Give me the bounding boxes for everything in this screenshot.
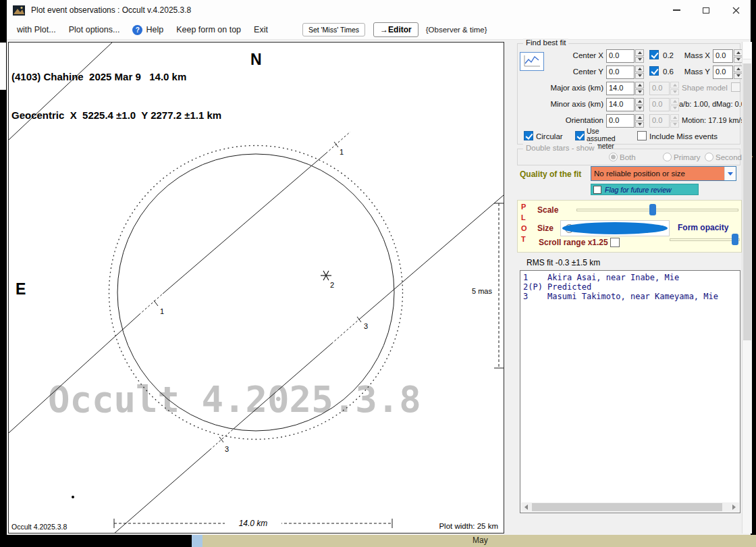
observer-list[interactable]: 1 Akira Asai, near Inabe, Mie 2(P) Predi… [520, 270, 740, 513]
window-title: Plot event observations : Occult v.4.202… [31, 5, 191, 15]
menu-keep-on-top[interactable]: Keep form on top [176, 25, 241, 34]
minimize-button[interactable] [662, 0, 691, 20]
close-button[interactable] [721, 0, 751, 20]
star-label: 2 [330, 281, 334, 289]
chord-1-tick [154, 301, 158, 306]
quality-of-fit-dropdown[interactable]: No reliable position or size [591, 166, 736, 181]
menu-help-label: Help [146, 25, 163, 34]
scroll-range-checkbox[interactable] [610, 238, 620, 247]
weight-y-checkbox[interactable] [649, 66, 659, 76]
scroll-right-icon[interactable] [729, 502, 739, 512]
spin-up-icon[interactable] [635, 66, 644, 72]
app-icon-graphic [13, 5, 25, 16]
observer-time-label: {Observer & time} [426, 26, 487, 34]
plot-letter: L [521, 213, 526, 222]
quality-of-fit-label: Quality of the fit [520, 170, 581, 179]
center-x-value[interactable]: 0.0 [606, 49, 634, 63]
best-fit-button[interactable] [520, 52, 544, 71]
spin-down-icon[interactable] [635, 122, 644, 128]
scale-slider[interactable] [576, 204, 738, 216]
major-axis-spinner[interactable]: 14.0 [606, 82, 644, 95]
scrollbar-thumb[interactable] [743, 63, 751, 340]
double-stars-both-label: Both [620, 153, 636, 161]
app-window: Plot event observations : Occult v.4.202… [7, 0, 751, 535]
chord-3-tick [219, 437, 223, 442]
north-label: N [250, 51, 262, 69]
control-panel: Find best fit Center X 0.0 0.2 Mass X 0.… [510, 42, 742, 533]
form-opacity-label: Form opacity [678, 223, 728, 232]
size-label: Size [537, 224, 554, 233]
orientation-value[interactable]: 0.0 [606, 114, 634, 128]
menu-help[interactable]: ? Help [132, 25, 163, 35]
mass-y-value[interactable]: 0.0 [713, 66, 733, 79]
maximize-button[interactable] [691, 0, 721, 20]
minor-axis-aux-spinner: 0.0 [649, 98, 679, 111]
weight-x-checkbox[interactable] [649, 50, 659, 59]
mass-y-label: Mass Y [680, 68, 710, 76]
minor-axis-label: Minor axis (km) [529, 100, 603, 108]
spin-down-icon [670, 89, 679, 96]
spin-up-icon[interactable] [635, 114, 644, 121]
chord-3-label: 3 [364, 322, 368, 330]
chord-3-label: 3 [225, 445, 229, 453]
spin-up-icon[interactable] [635, 49, 644, 56]
background-window-fragment [0, 43, 6, 90]
orientation-spinner[interactable]: 0.0 [606, 114, 644, 128]
menu-plot-options[interactable]: Plot options... [69, 25, 120, 34]
editor-button[interactable]: →Editor [373, 22, 418, 37]
include-miss-events-checkbox[interactable] [637, 131, 647, 140]
km-scale-label: 14.0 km [239, 519, 268, 528]
chevron-down-icon[interactable] [724, 167, 736, 180]
background-window-fragment [192, 535, 202, 547]
observation-row[interactable]: 1 Akira Asai, near Inabe, Mie [523, 273, 738, 282]
find-best-fit-title: Find best fit [523, 38, 568, 47]
event-title: (4103) Chahine 2025 Mar 9 14.0 km [11, 70, 221, 83]
spin-up-icon[interactable] [635, 82, 644, 88]
form-opacity-slider-track [670, 238, 740, 241]
mass-x-value[interactable]: 0.0 [713, 49, 733, 63]
spin-down-icon[interactable] [635, 57, 644, 63]
scrollbar-thumb[interactable] [532, 503, 722, 511]
geocentric-coords: Geocentric X 5225.4 ±1.0 Y 2277.2 ±1.1 k… [11, 109, 221, 122]
spin-up-icon[interactable] [635, 98, 644, 105]
major-axis-value[interactable]: 14.0 [606, 82, 634, 95]
mas-scale-label: 5 mas [472, 287, 492, 295]
shape-model-label: Shape model [682, 84, 728, 92]
scroll-left-icon[interactable] [521, 502, 531, 512]
minor-axis-value[interactable]: 14.0 [606, 98, 634, 111]
rms-fit-label: RMS fit -0.3 ±1.5 km [526, 258, 600, 267]
observation-row[interactable]: 2(P) Predicted [523, 282, 738, 292]
window-vertical-scrollbar[interactable] [742, 42, 752, 533]
spin-down-icon [670, 122, 679, 128]
menu-exit[interactable]: Exit [254, 25, 268, 34]
major-axis-aux-spinner: 0.0 [649, 82, 679, 95]
form-opacity-slider[interactable] [670, 234, 740, 245]
mass-y-spinner[interactable]: 0.0 [713, 66, 742, 79]
use-assumed-diameter-checkbox[interactable] [575, 131, 585, 140]
flag-review-checkbox[interactable] [593, 186, 601, 194]
menu-with-plot[interactable]: with Plot... [17, 25, 56, 34]
scrollbar-up-button[interactable] [743, 42, 751, 59]
minor-axis-spinner[interactable]: 14.0 [606, 98, 644, 111]
plot-letter: P [521, 203, 526, 211]
shape-model-checkbox [731, 82, 740, 92]
spin-down-icon[interactable] [635, 105, 644, 112]
include-miss-events-label: Include Miss events [649, 132, 718, 140]
circular-checkbox[interactable] [524, 131, 533, 140]
mass-x-spinner[interactable]: 0.0 [713, 49, 742, 63]
center-y-value[interactable]: 0.0 [606, 66, 634, 79]
scale-slider-thumb[interactable] [649, 204, 656, 215]
form-opacity-slider-thumb[interactable] [732, 234, 738, 245]
double-stars-primary-label: Primary [674, 153, 701, 161]
list-horizontal-scrollbar[interactable] [521, 502, 739, 512]
spin-down-icon[interactable] [635, 89, 644, 96]
spin-up-icon [670, 82, 679, 88]
center-y-spinner[interactable]: 0.0 [606, 66, 644, 79]
spin-down-icon[interactable] [635, 73, 644, 80]
plot-area[interactable]: Occult 4.2025.3.8 1 1 [8, 42, 504, 533]
set-miss-times-button[interactable]: Set 'Miss' Times [302, 23, 365, 36]
size-normal-radio[interactable] [565, 224, 574, 233]
quality-of-fit-value: No reliable position or size [591, 170, 724, 178]
center-x-spinner[interactable]: 0.0 [606, 49, 644, 63]
observation-row[interactable]: 3 Masumi Takimoto, near Kameyama, Mie [523, 292, 738, 301]
